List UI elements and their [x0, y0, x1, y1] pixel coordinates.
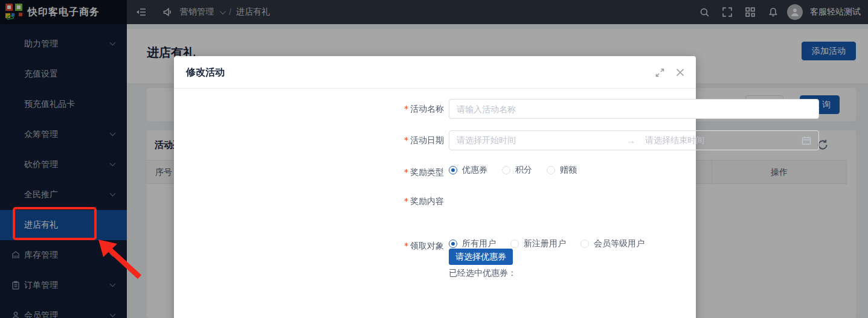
audience-radio-group: 所有用户 新注册用户 会员等级用户 [449, 238, 659, 249]
close-icon[interactable] [673, 65, 687, 80]
radio-dot [510, 240, 519, 248]
radio-member-level-users[interactable]: 会员等级用户 [580, 238, 645, 249]
radio-coupon[interactable]: 优惠券 [449, 165, 487, 176]
radio-credit[interactable]: 赠额 [547, 165, 577, 176]
radio-points[interactable]: 积分 [502, 165, 532, 176]
edit-activity-modal: 修改活动 *活动名称 *活动日期 请选择开始时间 → 请选择结束时间 *奖励类型… [174, 56, 696, 318]
date-range-arrow: → [627, 136, 645, 145]
field-label-reward-content: *奖励内容 [388, 196, 444, 207]
expand-modal-icon[interactable] [652, 65, 667, 80]
required-mark: * [404, 167, 408, 177]
required-mark: * [404, 135, 408, 145]
field-label-reward-type: *奖励类型 [388, 167, 444, 178]
field-label-audience: *领取对象 [388, 241, 444, 252]
radio-new-users[interactable]: 新注册用户 [510, 238, 566, 249]
modal-title: 修改活动 [186, 66, 225, 79]
date-range-picker[interactable]: 请选择开始时间 → 请选择结束时间 [449, 130, 819, 150]
field-label-name: *活动名称 [388, 104, 444, 115]
required-mark: * [404, 104, 408, 113]
required-mark: * [404, 241, 408, 250]
date-start-placeholder[interactable]: 请选择开始时间 [457, 135, 627, 146]
reward-type-radio-group: 优惠券 积分 赠额 [449, 165, 591, 176]
radio-dot [449, 240, 457, 248]
radio-dot [580, 240, 589, 248]
activity-name-input[interactable] [449, 99, 819, 119]
select-coupon-button[interactable]: 请选择优惠券 [449, 249, 513, 265]
radio-all-users[interactable]: 所有用户 [449, 238, 496, 249]
required-mark: * [404, 196, 408, 206]
date-end-placeholder[interactable]: 请选择结束时间 [645, 135, 802, 146]
radio-dot [449, 166, 457, 174]
modal-header: 修改活动 [174, 56, 696, 89]
selected-coupon-hint: 已经选中优惠券： [449, 268, 516, 279]
calendar-icon [802, 136, 811, 145]
field-label-date: *活动日期 [388, 135, 444, 146]
radio-dot [547, 166, 555, 174]
radio-dot [502, 166, 510, 174]
